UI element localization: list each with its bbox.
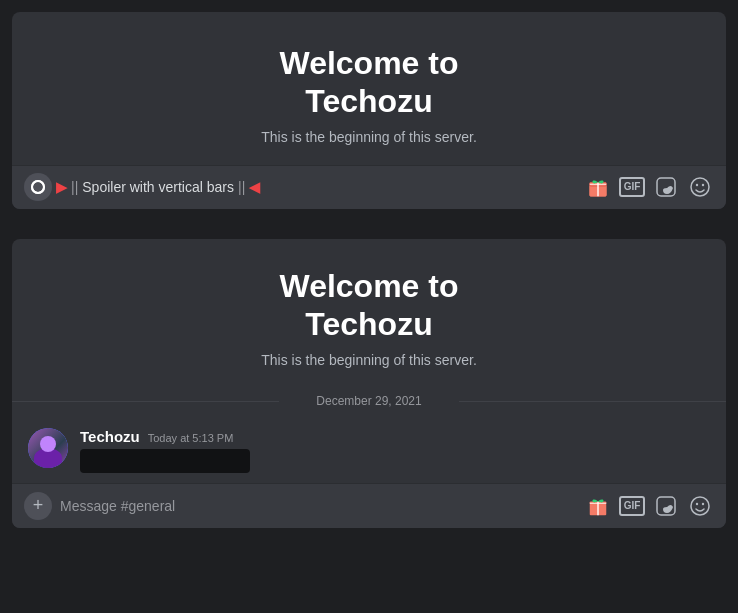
gift-button[interactable] bbox=[584, 173, 612, 201]
top-welcome-section: Welcome to Techozu This is the beginning… bbox=[12, 12, 726, 165]
svg-point-7 bbox=[696, 184, 698, 186]
bottom-sticker-icon bbox=[655, 495, 677, 517]
bottom-welcome-line2: Techozu bbox=[305, 306, 432, 342]
bottom-welcome-title: Welcome to Techozu bbox=[32, 267, 706, 344]
message-username: Techozu bbox=[80, 428, 140, 445]
top-welcome-subtitle: This is the beginning of this server. bbox=[32, 129, 706, 145]
spoiler-text-group: || Spoiler with vertical bars || bbox=[71, 179, 245, 195]
top-input-actions: GIF bbox=[584, 173, 714, 201]
svg-point-16 bbox=[702, 502, 704, 504]
top-welcome-line1: Welcome to bbox=[280, 45, 459, 81]
message-input[interactable]: Message #general bbox=[60, 498, 576, 514]
bar-left: || bbox=[71, 179, 78, 195]
bottom-gif-button[interactable]: GIF bbox=[618, 492, 646, 520]
svg-point-14 bbox=[691, 497, 709, 515]
bar-right: || bbox=[238, 179, 245, 195]
bottom-input-actions: GIF bbox=[584, 492, 714, 520]
bottom-gift-button[interactable] bbox=[584, 492, 612, 520]
spoiler-message-bubble[interactable] bbox=[80, 449, 250, 473]
svg-point-6 bbox=[691, 178, 709, 196]
sticker-icon bbox=[655, 176, 677, 198]
bottom-welcome-subtitle: This is the beginning of this server. bbox=[32, 352, 706, 368]
bottom-input-bar: + Message #general GIF bbox=[12, 483, 726, 528]
bottom-panel: Welcome to Techozu This is the beginning… bbox=[12, 239, 726, 528]
right-arrow-icon: ▶ bbox=[56, 179, 67, 195]
add-label: + bbox=[33, 495, 44, 516]
gif-button[interactable]: GIF bbox=[618, 173, 646, 201]
bottom-emoji-button[interactable] bbox=[686, 492, 714, 520]
bottom-welcome-line1: Welcome to bbox=[280, 268, 459, 304]
user-avatar bbox=[28, 428, 68, 468]
bottom-emoji-icon bbox=[689, 495, 711, 517]
top-welcome-title: Welcome to Techozu bbox=[32, 44, 706, 121]
top-input-bar: ▶ || Spoiler with vertical bars || ◀ bbox=[12, 165, 726, 209]
gift-icon bbox=[587, 176, 609, 198]
spoiler-circle-icon bbox=[30, 179, 46, 195]
svg-point-0 bbox=[32, 181, 44, 193]
bottom-gift-icon bbox=[587, 495, 609, 517]
bottom-welcome-section: Welcome to Techozu This is the beginning… bbox=[12, 239, 726, 384]
bottom-sticker-button[interactable] bbox=[652, 492, 680, 520]
message-timestamp: Today at 5:13 PM bbox=[148, 432, 234, 444]
bottom-gif-label: GIF bbox=[619, 496, 646, 516]
gif-label: GIF bbox=[619, 177, 646, 197]
avatar-image bbox=[28, 428, 68, 468]
date-divider: December 29, 2021 bbox=[12, 394, 726, 408]
svg-point-8 bbox=[702, 184, 704, 186]
emoji-button[interactable] bbox=[686, 173, 714, 201]
svg-point-15 bbox=[696, 502, 698, 504]
message-placeholder: Message #general bbox=[60, 498, 175, 514]
message-header: Techozu Today at 5:13 PM bbox=[80, 428, 710, 445]
emoji-icon bbox=[689, 176, 711, 198]
top-welcome-line2: Techozu bbox=[305, 83, 432, 119]
message-content: Techozu Today at 5:13 PM bbox=[80, 428, 710, 473]
add-attachment-button[interactable]: + bbox=[24, 492, 52, 520]
top-panel: Welcome to Techozu This is the beginning… bbox=[12, 12, 726, 209]
spoiler-button[interactable] bbox=[24, 173, 52, 201]
spoiler-text: Spoiler with vertical bars bbox=[82, 179, 234, 195]
message-row: Techozu Today at 5:13 PM bbox=[12, 422, 726, 479]
sticker-button[interactable] bbox=[652, 173, 680, 201]
left-arrow-icon: ◀ bbox=[249, 179, 260, 195]
top-input-left: ▶ || Spoiler with vertical bars || ◀ bbox=[24, 173, 578, 201]
